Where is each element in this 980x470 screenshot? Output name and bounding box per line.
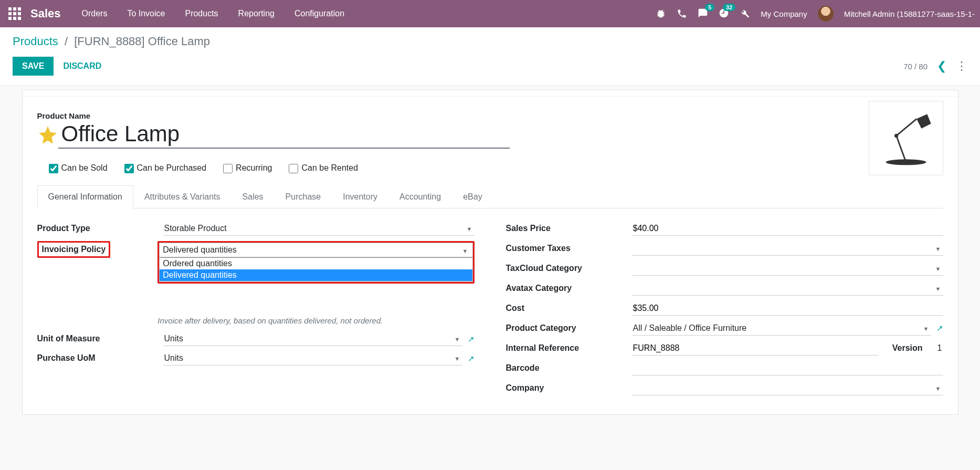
nav-to-invoice[interactable]: To Invoice	[127, 9, 165, 18]
nav-orders[interactable]: Orders	[82, 9, 108, 18]
can-be-sold-checkbox[interactable]: Can be Sold	[49, 163, 108, 173]
cost-input[interactable]	[632, 301, 943, 316]
external-link-icon[interactable]: ↗	[468, 335, 475, 344]
username[interactable]: Mitchell Admin (15881277-saas-15-1-	[844, 9, 975, 18]
pager-prev-icon[interactable]: ❮	[937, 59, 946, 73]
nav-right: 5 32 My Company Mitchell Admin (15881277…	[656, 6, 975, 22]
activities-icon[interactable]: 32	[719, 8, 729, 20]
option-delivered-quantities[interactable]: Delivered quantities	[160, 269, 472, 281]
uom-select[interactable]: Units	[163, 332, 462, 346]
version-value: 1	[936, 341, 943, 355]
product-category-select[interactable]: All / Saleable / Office Furniture	[632, 321, 931, 336]
company-select[interactable]	[632, 381, 943, 395]
left-column: Product Type Storable Product ▼ Invoicin…	[37, 219, 475, 399]
can-be-rented-checkbox[interactable]: Can be Rented	[289, 163, 358, 173]
control-bar: Products / [FURN_8888] Office Lamp SAVE …	[0, 27, 980, 86]
messages-icon[interactable]: 5	[698, 8, 708, 20]
form-grid: Product Type Storable Product ▼ Invoicin…	[23, 208, 958, 399]
invoicing-policy-help: Invoice after delivery, based on quantit…	[157, 315, 474, 327]
breadcrumb-parent[interactable]: Products	[13, 35, 58, 48]
nav-configuration[interactable]: Configuration	[294, 9, 344, 18]
purchase-uom-label: Purchase UoM	[37, 351, 163, 363]
tab-attributes-variants[interactable]: Attributes & Variants	[133, 185, 231, 208]
sales-price-label: Sales Price	[506, 222, 632, 233]
tab-sales[interactable]: Sales	[231, 185, 275, 208]
version-label: Version	[892, 343, 923, 353]
product-name-label: Product Name	[37, 111, 943, 120]
recurring-checkbox[interactable]: Recurring	[223, 163, 272, 173]
invoicing-policy-value[interactable]: Delivered quantities ▼	[159, 243, 472, 257]
stat-strip	[23, 90, 958, 97]
pager: 70 / 80 ❮ ⋮	[903, 59, 967, 73]
breadcrumb-sep: /	[65, 35, 68, 48]
tab-general-information[interactable]: General Information	[37, 185, 133, 208]
product-type-select[interactable]: Storable Product	[163, 222, 475, 236]
pager-text[interactable]: 70 / 80	[903, 62, 928, 71]
nav-links: Orders To Invoice Products Reporting Con…	[82, 9, 656, 18]
cost-label: Cost	[506, 301, 632, 313]
internal-ref-input[interactable]	[632, 341, 879, 356]
customer-taxes-label: Customer Taxes	[506, 242, 632, 253]
action-row: SAVE DISCARD 70 / 80 ❮ ⋮	[13, 57, 967, 76]
option-ordered-quantities[interactable]: Ordered quantities	[160, 258, 472, 269]
taxcloud-select[interactable]	[632, 262, 943, 276]
invoicing-policy-dropdown[interactable]: Delivered quantities ▼ Ordered quantitie…	[157, 241, 474, 284]
invoicing-policy-options: Ordered quantities Delivered quantities	[159, 257, 472, 282]
tab-ebay[interactable]: eBay	[452, 185, 493, 208]
sheet-wrap: Product Name Can be Sold Can be Purchase…	[0, 90, 980, 436]
tab-purchase[interactable]: Purchase	[275, 185, 332, 208]
barcode-label: Barcode	[506, 361, 632, 373]
customer-taxes-select[interactable]	[632, 242, 943, 256]
tab-accounting[interactable]: Accounting	[388, 185, 452, 208]
form-sheet: Product Name Can be Sold Can be Purchase…	[22, 90, 958, 415]
right-column: Sales Price Customer Taxes ▼ TaxCloud Ca…	[506, 219, 943, 399]
external-link-icon[interactable]: ↗	[936, 323, 943, 333]
tab-inventory[interactable]: Inventory	[332, 185, 388, 208]
uom-label: Unit of Measure	[37, 332, 163, 343]
breadcrumb: Products / [FURN_8888] Office Lamp	[13, 35, 967, 48]
top-navbar: Sales Orders To Invoice Products Reporti…	[0, 0, 980, 27]
company-selector[interactable]: My Company	[761, 9, 807, 18]
avatax-select[interactable]	[632, 281, 943, 296]
app-brand[interactable]: Sales	[30, 7, 61, 20]
tools-icon[interactable]	[740, 8, 750, 19]
product-header: Product Name	[37, 111, 943, 149]
product-type-label: Product Type	[37, 222, 163, 233]
bug-icon[interactable]	[656, 8, 666, 19]
save-button[interactable]: SAVE	[13, 57, 54, 76]
nav-reporting[interactable]: Reporting	[238, 9, 275, 18]
activities-badge: 32	[723, 4, 735, 11]
invoicing-policy-label: Invoicing Policy	[37, 241, 111, 258]
avatax-label: Avatax Category	[506, 281, 632, 293]
messages-badge: 5	[705, 4, 714, 11]
internal-ref-label: Internal Reference	[506, 341, 632, 353]
taxcloud-label: TaxCloud Category	[506, 262, 632, 273]
favorite-star-icon[interactable]	[37, 124, 58, 145]
company-field-label: Company	[506, 381, 632, 393]
sales-price-input[interactable]	[632, 222, 943, 236]
phone-icon[interactable]	[677, 8, 687, 19]
barcode-input[interactable]	[632, 361, 943, 375]
breadcrumb-current: [FURN_8888] Office Lamp	[74, 35, 210, 48]
tabs: General Information Attributes & Variant…	[37, 185, 943, 208]
option-checkboxes: Can be Sold Can be Purchased Recurring C…	[49, 163, 943, 173]
nav-products[interactable]: Products	[185, 9, 218, 18]
caret-down-icon: ▼	[462, 248, 468, 254]
external-link-icon[interactable]: ↗	[468, 354, 475, 363]
avatar[interactable]	[818, 6, 834, 22]
can-be-purchased-checkbox[interactable]: Can be Purchased	[124, 163, 207, 173]
pager-next-icon[interactable]: ⋮	[956, 59, 967, 73]
product-name-input[interactable]	[58, 121, 510, 149]
product-category-label: Product Category	[506, 321, 632, 333]
discard-button[interactable]: DISCARD	[63, 61, 101, 71]
apps-icon[interactable]	[8, 7, 21, 20]
purchase-uom-select[interactable]: Units	[163, 351, 462, 365]
